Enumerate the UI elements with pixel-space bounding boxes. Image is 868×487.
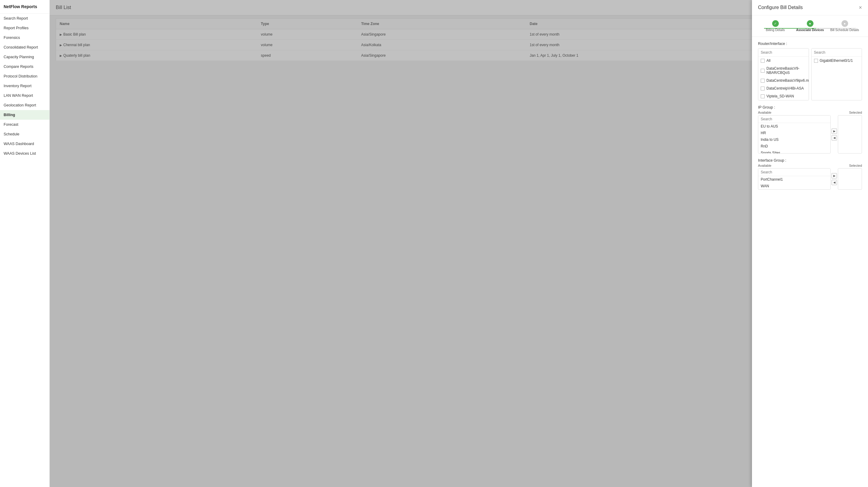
interface-checkbox-0[interactable]: [814, 59, 818, 63]
step-circle-0: ✓: [772, 20, 779, 27]
router-item-0[interactable]: All: [758, 57, 809, 64]
ip-group-available: EU to AUSHRIndia to USRnDSports SitesVid…: [758, 115, 831, 153]
interface-group-section: Interface Group : Available Selected Por…: [758, 158, 862, 190]
modal-close-button[interactable]: ×: [859, 5, 862, 10]
sidebar-item-billing[interactable]: Billing: [0, 110, 50, 120]
main-content: Bill List NameTypeTime ZoneDate ▶Basic B…: [50, 0, 868, 487]
step-0[interactable]: ✓ Billing Details: [758, 20, 793, 32]
sidebar-item-waas-devices-list[interactable]: WAAS Devices List: [0, 149, 50, 158]
interface-group-columns: PortChannel1WAN ▶ ◀: [758, 168, 862, 190]
sidebar-item-report-profiles[interactable]: Report Profiles: [0, 23, 50, 33]
step-1[interactable]: ● Associate Devices: [793, 20, 827, 32]
ip-group-selected-label: Selected: [849, 111, 862, 114]
interface-group-transfer-col: ▶ ◀: [831, 168, 838, 190]
ip-group-transfer-right-btn[interactable]: ▶: [832, 128, 837, 134]
ip-group-item-0[interactable]: EU to AUS: [758, 123, 830, 130]
sidebar-item-consolidated-report[interactable]: Consolidated Report: [0, 42, 50, 52]
ip-group-item-4[interactable]: Sports Sites: [758, 150, 830, 153]
step-label-2: Bill Schedule Details: [830, 28, 859, 32]
ip-group-item-3[interactable]: RnD: [758, 143, 830, 150]
router-checkbox-0[interactable]: [761, 59, 765, 63]
interface-search-input[interactable]: [812, 49, 862, 57]
router-checkbox-1[interactable]: [761, 69, 765, 73]
interface-list: GigabitEthernet0/1/1: [812, 57, 862, 64]
step-circle-2: ●: [841, 20, 848, 27]
router-checkbox-3[interactable]: [761, 87, 765, 90]
ip-group-transfer-left-btn[interactable]: ◀: [832, 135, 837, 141]
ip-group-transfer-col: ▶ ◀: [831, 115, 838, 153]
interface-group-selected: [838, 168, 862, 190]
ip-group-item-1[interactable]: HR: [758, 130, 830, 136]
ip-group-section: IP Group : Available Selected EU to AUSH…: [758, 105, 862, 153]
router-interface-container: AllDataCentreBasicV9-NBAR/CBQoSDataCentr…: [758, 48, 862, 100]
router-list: AllDataCentreBasicV9-NBAR/CBQoSDataCentr…: [758, 57, 809, 100]
sidebar-item-search-report[interactable]: Search Report: [0, 13, 50, 23]
router-item-label-0: All: [767, 59, 770, 63]
sidebar-item-protocol-distribution[interactable]: Protocol Distribution: [0, 71, 50, 81]
router-interface-label: Router/Interface :: [758, 41, 862, 46]
router-item-label-2: DataCentreBasicV9ipv6.me.: [767, 79, 809, 83]
ip-group-available-label: Available: [758, 111, 771, 114]
sidebar-item-forecast[interactable]: Forecast: [0, 120, 50, 129]
router-checkbox-2[interactable]: [761, 79, 765, 83]
stepper: ✓ Billing Details ● Associate Devices ● …: [752, 16, 868, 37]
interface-group-transfer-right-btn[interactable]: ▶: [832, 173, 837, 179]
router-item-label-4: Viptela_SD-WAN: [767, 94, 794, 98]
router-item-1[interactable]: DataCentreBasicV9-NBAR/CBQoS: [758, 64, 809, 77]
sidebar-item-capacity-planning[interactable]: Capacity Planning: [0, 52, 50, 62]
interface-group-transfer-left-btn[interactable]: ◀: [832, 180, 837, 185]
sidebar-item-schedule[interactable]: Schedule: [0, 129, 50, 139]
interface-group-header: Interface Group :: [758, 158, 862, 162]
interface-item-0[interactable]: GigabitEthernet0/1/1: [812, 57, 862, 64]
interface-panel: GigabitEthernet0/1/1: [811, 48, 862, 100]
ip-group-label: IP Group :: [758, 105, 775, 110]
interface-group-selected-label: Selected: [849, 164, 862, 168]
router-panel: AllDataCentreBasicV9-NBAR/CBQoSDataCentr…: [758, 48, 809, 100]
sidebar-item-inventory-report[interactable]: Inventory Report: [0, 81, 50, 91]
sidebar-item-lan-wan-report[interactable]: LAN WAN Report: [0, 91, 50, 100]
sidebar-item-waas-dashboard[interactable]: WAAS Dashboard: [0, 139, 50, 149]
modal-body: Router/Interface : AllDataCentreBasicV9-…: [752, 37, 868, 487]
modal-header: Configure Bill Details ×: [752, 0, 868, 16]
sidebar-item-forensics[interactable]: Forensics: [0, 33, 50, 42]
ip-group-selected: [838, 115, 862, 153]
sidebar: NetFlow Reports Search ReportReport Prof…: [0, 0, 50, 487]
configure-bill-modal: Configure Bill Details × ✓ Billing Detai…: [752, 0, 868, 487]
ip-group-header: IP Group :: [758, 105, 862, 110]
router-item-label-3: DataCentreipV4Bi-ASA: [767, 86, 804, 90]
router-item-2[interactable]: DataCentreBasicV9ipv6.me.: [758, 77, 809, 85]
interface-group-label: Interface Group :: [758, 158, 786, 162]
interface-group-item-1[interactable]: WAN: [758, 183, 830, 189]
interface-group-list: PortChannel1WAN: [758, 176, 830, 189]
step-label-1: Associate Devices: [796, 28, 824, 32]
interface-group-available-label: Available: [758, 164, 771, 168]
sidebar-item-compare-reports[interactable]: Compare Reports: [0, 62, 50, 71]
ip-group-item-2[interactable]: India to US: [758, 136, 830, 143]
sidebar-item-geolocation-report[interactable]: Geolocation Report: [0, 100, 50, 110]
ip-group-columns: EU to AUSHRIndia to USRnDSports SitesVid…: [758, 115, 862, 153]
step-circle-1: ●: [807, 20, 813, 27]
router-search-input[interactable]: [758, 49, 809, 57]
ip-group-list: EU to AUSHRIndia to USRnDSports SitesVid…: [758, 123, 830, 153]
ip-group-search-input[interactable]: [758, 116, 830, 123]
interface-item-label-0: GigabitEthernet0/1/1: [820, 59, 853, 63]
router-item-3[interactable]: DataCentreipV4Bi-ASA: [758, 85, 809, 92]
app-title: NetFlow Reports: [0, 0, 50, 13]
interface-group-item-0[interactable]: PortChannel1: [758, 176, 830, 183]
router-item-4[interactable]: Viptela_SD-WAN: [758, 92, 809, 100]
modal-overlay: [50, 0, 868, 487]
step-label-0: Billing Details: [766, 28, 785, 32]
interface-group-available: PortChannel1WAN: [758, 168, 831, 190]
router-item-label-1: DataCentreBasicV9-NBAR/CBQoS: [767, 66, 806, 75]
step-2[interactable]: ● Bill Schedule Details: [827, 20, 862, 32]
interface-group-search-input[interactable]: [758, 169, 830, 176]
router-checkbox-4[interactable]: [761, 94, 765, 98]
modal-title: Configure Bill Details: [758, 5, 803, 10]
